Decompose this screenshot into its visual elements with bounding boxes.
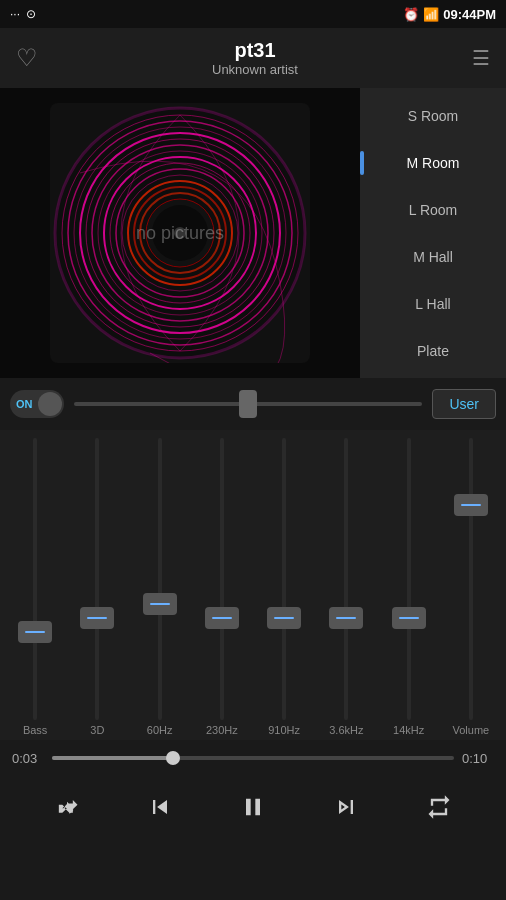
total-time: 0:10: [462, 751, 494, 766]
reverb-m-hall[interactable]: M Hall: [360, 237, 506, 277]
fader-thumb-bass[interactable]: [18, 621, 52, 643]
progress-fill: [52, 756, 173, 760]
prev-icon: [146, 793, 174, 821]
controls-bar: [0, 776, 506, 838]
fader-thumb-volume[interactable]: [454, 494, 488, 516]
header: ♡ pt31 Unknown artist ☰: [0, 28, 506, 88]
fader-track-bass[interactable]: [33, 438, 37, 720]
reverb-panel: S Room M Room L Room M Hall L Hall Plate: [360, 88, 506, 378]
menu-icon[interactable]: ☰: [472, 46, 490, 70]
svg-point-18: [174, 227, 186, 239]
repeat-icon: [425, 793, 453, 821]
status-dots: ···: [10, 7, 20, 21]
eq-master-slider-thumb[interactable]: [239, 390, 257, 418]
fader-channel-230hz: 230Hz: [191, 438, 253, 740]
prev-button[interactable]: [136, 783, 184, 831]
eq-section: Bass3D60Hz230Hz910Hz3.6kHz14kHzVolume: [0, 430, 506, 740]
fader-channel-14khz: 14kHz: [378, 438, 440, 740]
fader-track-volume[interactable]: [469, 438, 473, 720]
fader-track-910hz[interactable]: [282, 438, 286, 720]
shuffle-icon: [53, 793, 81, 821]
fader-label-230hz: 230Hz: [206, 724, 238, 740]
status-bar: ··· ⊙ ⏰ 📶 09:44PM: [0, 0, 506, 28]
fader-label-volume: Volume: [453, 724, 490, 740]
reverb-m-room[interactable]: M Room: [360, 143, 506, 183]
signal-icon: 📶: [423, 7, 439, 22]
alarm-icon: ⏰: [403, 7, 419, 22]
shuffle-button[interactable]: [43, 783, 91, 831]
user-preset-button[interactable]: User: [432, 389, 496, 419]
progress-section: 0:03 0:10: [0, 740, 506, 776]
current-time: 0:03: [12, 751, 44, 766]
eq-master-slider-track[interactable]: [74, 402, 422, 406]
vinyl-art: [50, 103, 310, 363]
time-display: 09:44PM: [443, 7, 496, 22]
next-icon: [332, 793, 360, 821]
header-center: pt31 Unknown artist: [38, 39, 472, 77]
fader-track-3d[interactable]: [95, 438, 99, 720]
fader-track-3600hz[interactable]: [344, 438, 348, 720]
fader-channel-bass: Bass: [4, 438, 66, 740]
repeat-button[interactable]: [415, 783, 463, 831]
toggle-knob: [38, 392, 62, 416]
fader-track-230hz[interactable]: [220, 438, 224, 720]
fader-label-3600hz: 3.6kHz: [329, 724, 363, 740]
progress-thumb[interactable]: [166, 751, 180, 765]
fader-channel-910hz: 910Hz: [253, 438, 315, 740]
eq-toggle-row: ON User: [0, 378, 506, 430]
reverb-plate[interactable]: Plate: [360, 331, 506, 371]
eq-toggle-label: ON: [12, 398, 33, 410]
pause-icon: [239, 793, 267, 821]
status-notification-icon: ⊙: [26, 7, 36, 21]
status-right: ⏰ 📶 09:44PM: [403, 7, 496, 22]
reverb-s-room[interactable]: S Room: [360, 96, 506, 136]
progress-track[interactable]: [52, 756, 454, 760]
eq-toggle-switch[interactable]: ON: [10, 390, 64, 418]
next-button[interactable]: [322, 783, 370, 831]
fader-label-60hz: 60Hz: [147, 724, 173, 740]
fader-channel-3d: 3D: [66, 438, 128, 740]
fader-channel-60hz: 60Hz: [129, 438, 191, 740]
fader-label-3d: 3D: [90, 724, 104, 740]
fader-channel-volume: Volume: [440, 438, 502, 740]
faders-container: Bass3D60Hz230Hz910Hz3.6kHz14kHzVolume: [0, 430, 506, 740]
fader-thumb-3d[interactable]: [80, 607, 114, 629]
album-art-inner: no pictures: [0, 88, 360, 378]
fader-channel-3600hz: 3.6kHz: [315, 438, 377, 740]
reverb-l-hall[interactable]: L Hall: [360, 284, 506, 324]
track-title: pt31: [38, 39, 472, 62]
middle-section: no pictures S Room M Room L Room M Hall …: [0, 88, 506, 378]
fader-track-14khz[interactable]: [407, 438, 411, 720]
fader-thumb-3600hz[interactable]: [329, 607, 363, 629]
pause-button[interactable]: [229, 783, 277, 831]
fader-track-60hz[interactable]: [158, 438, 162, 720]
fader-label-bass: Bass: [23, 724, 47, 740]
reverb-l-room[interactable]: L Room: [360, 190, 506, 230]
album-art: no pictures: [0, 88, 360, 378]
heart-icon[interactable]: ♡: [16, 44, 38, 72]
fader-label-910hz: 910Hz: [268, 724, 300, 740]
artist-name: Unknown artist: [38, 62, 472, 77]
fader-thumb-60hz[interactable]: [143, 593, 177, 615]
status-left: ··· ⊙: [10, 7, 36, 21]
fader-label-14khz: 14kHz: [393, 724, 424, 740]
fader-thumb-230hz[interactable]: [205, 607, 239, 629]
fader-thumb-14khz[interactable]: [392, 607, 426, 629]
fader-thumb-910hz[interactable]: [267, 607, 301, 629]
